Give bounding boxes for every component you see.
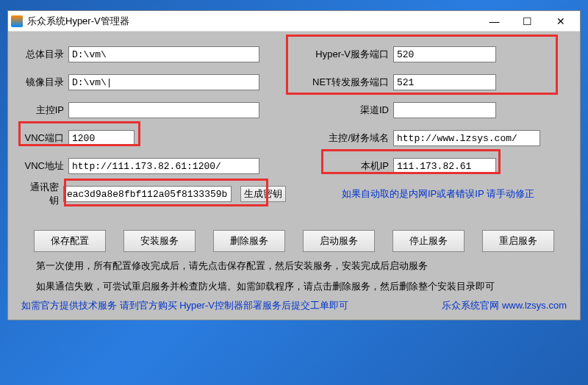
restart-service-button[interactable]: 重启服务 bbox=[482, 230, 554, 252]
label-local-ip: 本机IP bbox=[301, 159, 389, 173]
input-master-finance-domain[interactable] bbox=[393, 130, 540, 146]
label-total-dir: 总体目录 bbox=[21, 48, 64, 61]
input-channel-id[interactable] bbox=[393, 102, 496, 118]
minimize-button[interactable]: — bbox=[478, 12, 511, 31]
note-line2: 如果通信失败，可尝试重启服务并检查防火墙。如需卸载程序，请点击删除服务，然后删除… bbox=[21, 280, 567, 293]
input-master-ip[interactable] bbox=[68, 102, 259, 118]
footer-links: 如需官方提供技术服务 请到官方购买 Hyper-V控制器部署服务后提交工单即可 … bbox=[21, 299, 567, 312]
label-master-ip: 主控IP bbox=[21, 104, 64, 117]
label-master-finance-domain: 主控/财务域名 bbox=[301, 132, 389, 145]
input-comm-key[interactable] bbox=[63, 186, 232, 202]
delete-service-button[interactable]: 删除服务 bbox=[213, 230, 285, 252]
input-hyperv-port[interactable] bbox=[393, 46, 496, 62]
window-controls: — ☐ ✕ bbox=[478, 12, 577, 31]
label-vnc-port: VNC端口 bbox=[21, 132, 64, 145]
close-button[interactable]: ✕ bbox=[544, 12, 577, 31]
label-net-forward-port: NET转发服务端口 bbox=[301, 76, 389, 89]
input-net-forward-port[interactable] bbox=[393, 74, 496, 90]
stop-service-button[interactable]: 停止服务 bbox=[392, 230, 465, 252]
save-config-button[interactable]: 保存配置 bbox=[34, 230, 106, 252]
label-channel-id: 渠道ID bbox=[301, 104, 389, 117]
app-window: 乐众系统Hyper-V管理器 — ☐ ✕ 总体目录 镜像目录 主控IP bbox=[7, 10, 581, 320]
gen-key-button[interactable]: 生成密钥 bbox=[240, 186, 286, 202]
action-buttons-row: 保存配置 安装服务 删除服务 启动服务 停止服务 重启服务 bbox=[21, 230, 567, 252]
input-vnc-addr[interactable] bbox=[68, 158, 259, 174]
label-image-dir: 镜像目录 bbox=[21, 76, 64, 89]
footer-right-link[interactable]: 乐众系统官网 www.lzsys.com bbox=[442, 299, 567, 312]
input-vnc-port[interactable] bbox=[68, 130, 135, 146]
app-icon bbox=[11, 15, 23, 27]
window-title: 乐众系统Hyper-V管理器 bbox=[27, 15, 478, 28]
label-comm-key: 通讯密钥 bbox=[21, 181, 59, 207]
maximize-button[interactable]: ☐ bbox=[511, 12, 544, 31]
input-total-dir[interactable] bbox=[68, 46, 259, 62]
footer-left-link[interactable]: 如需官方提供技术服务 请到官方购买 Hyper-V控制器部署服务后提交工单即可 bbox=[21, 299, 348, 312]
label-hyperv-port: Hyper-V服务端口 bbox=[301, 48, 389, 61]
client-area: 总体目录 镜像目录 主控IP VNC端口 VNC地址 bbox=[8, 32, 580, 320]
note-line1: 第一次使用，所有配置修改完成后，请先点击保存配置，然后安装服务，安装完成后启动服… bbox=[21, 259, 567, 273]
titlebar: 乐众系统Hyper-V管理器 — ☐ ✕ bbox=[8, 11, 580, 32]
install-service-button[interactable]: 安装服务 bbox=[123, 230, 196, 252]
input-local-ip[interactable] bbox=[393, 158, 496, 174]
ip-hint-note: 如果自动取的是内网IP或者错误IP 请手动修正 bbox=[342, 187, 534, 201]
input-image-dir[interactable] bbox=[68, 74, 259, 90]
label-vnc-addr: VNC地址 bbox=[21, 159, 64, 173]
start-service-button[interactable]: 启动服务 bbox=[303, 230, 375, 252]
